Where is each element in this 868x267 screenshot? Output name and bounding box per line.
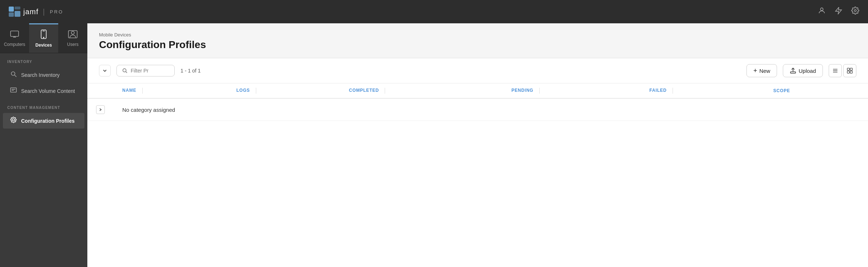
sidebar-item-search-volume-content[interactable]: Search Volume Content bbox=[3, 83, 84, 99]
svg-point-20 bbox=[123, 69, 126, 72]
col-separator-1 bbox=[142, 88, 143, 94]
filter-search-box[interactable] bbox=[116, 65, 175, 76]
list-view-button[interactable] bbox=[829, 64, 842, 77]
svg-rect-28 bbox=[850, 68, 852, 70]
svg-point-19 bbox=[12, 119, 15, 121]
jamf-logo-icon bbox=[9, 7, 20, 17]
main-layout: Computers Devices bbox=[0, 23, 868, 267]
no-category-cell: No category assigned bbox=[114, 98, 868, 121]
col-logs: LOGS bbox=[227, 83, 340, 98]
nav-tab-users[interactable]: Users bbox=[58, 23, 87, 53]
row-expand-button[interactable] bbox=[96, 105, 105, 114]
logo-pro: PRO bbox=[50, 9, 63, 15]
col-completed: COMPLETED bbox=[340, 83, 503, 98]
content-header: Mobile Devices Configuration Profiles bbox=[87, 23, 868, 58]
svg-rect-0 bbox=[9, 7, 14, 12]
computers-icon bbox=[10, 30, 19, 40]
nav-tabs: Computers Devices bbox=[0, 23, 87, 53]
view-toggle bbox=[829, 64, 856, 77]
col-failed: FAILED bbox=[641, 83, 764, 98]
svg-point-12 bbox=[71, 31, 74, 34]
content-management-section-title: CONTENT MANAGEMENT bbox=[0, 99, 87, 113]
search-volume-content-label: Search Volume Content bbox=[21, 88, 75, 94]
collapse-chevron[interactable] bbox=[99, 65, 111, 76]
svg-rect-22 bbox=[790, 72, 796, 73]
sidebar-section-content-management: CONTENT MANAGEMENT Configuration Profile… bbox=[0, 99, 87, 129]
row-expand-cell bbox=[87, 98, 114, 121]
gear-icon[interactable] bbox=[851, 7, 859, 17]
sidebar-section-inventory: INVENTORY Search Inventory Search Volume… bbox=[0, 53, 87, 99]
svg-point-4 bbox=[820, 8, 823, 11]
topbar-icons bbox=[818, 7, 859, 17]
new-plus-icon: + bbox=[753, 67, 757, 74]
col-separator-3 bbox=[385, 88, 385, 94]
svg-rect-1 bbox=[9, 12, 14, 17]
filter-search-icon bbox=[122, 68, 128, 74]
nav-tab-computers[interactable]: Computers bbox=[0, 23, 29, 53]
col-separator-5 bbox=[673, 88, 673, 94]
sidebar: Computers Devices bbox=[0, 23, 87, 267]
profiles-table: NAME LOGS COMPLETED PENDING bbox=[87, 83, 868, 121]
upload-label: Upload bbox=[798, 68, 816, 74]
col-name: NAME bbox=[114, 83, 227, 98]
sidebar-item-configuration-profiles[interactable]: Configuration Profiles bbox=[3, 113, 84, 129]
svg-point-5 bbox=[854, 9, 856, 12]
upload-icon bbox=[790, 67, 796, 74]
filter-input[interactable] bbox=[131, 68, 156, 74]
nav-tab-devices[interactable]: Devices bbox=[29, 23, 58, 53]
grid-view-button[interactable] bbox=[843, 64, 856, 77]
col-scope: SCOPE bbox=[765, 83, 868, 98]
users-tab-label: Users bbox=[67, 42, 78, 47]
breadcrumb: Mobile Devices bbox=[99, 32, 856, 38]
lightning-icon[interactable] bbox=[835, 7, 843, 17]
svg-rect-3 bbox=[15, 11, 20, 17]
svg-rect-2 bbox=[15, 7, 20, 9]
record-count: 1 - 1 of 1 bbox=[181, 68, 741, 74]
toolbar: 1 - 1 of 1 + New Upload bbox=[87, 58, 868, 83]
svg-rect-30 bbox=[850, 71, 852, 73]
topbar: jamf | PRO bbox=[0, 0, 868, 23]
logo: jamf | PRO bbox=[9, 7, 63, 17]
new-label: New bbox=[759, 68, 770, 74]
svg-rect-27 bbox=[847, 68, 849, 70]
col-separator-4 bbox=[539, 88, 540, 94]
computers-tab-label: Computers bbox=[4, 42, 25, 47]
inventory-section-title: INVENTORY bbox=[0, 53, 87, 67]
search-inventory-label: Search Inventory bbox=[21, 72, 60, 78]
search-volume-content-icon bbox=[10, 87, 17, 95]
col-expand bbox=[87, 83, 114, 98]
sidebar-item-search-inventory[interactable]: Search Inventory bbox=[3, 67, 84, 83]
search-inventory-icon bbox=[10, 71, 17, 79]
col-separator-2 bbox=[256, 88, 256, 94]
new-button[interactable]: + New bbox=[746, 64, 777, 77]
configuration-profiles-icon bbox=[10, 117, 17, 125]
user-icon[interactable] bbox=[818, 7, 826, 17]
configuration-profiles-label: Configuration Profiles bbox=[21, 118, 75, 124]
users-icon bbox=[68, 30, 78, 40]
page-title: Configuration Profiles bbox=[99, 39, 856, 51]
devices-tab-label: Devices bbox=[35, 43, 52, 48]
no-category-text: No category assigned bbox=[122, 107, 175, 113]
svg-point-14 bbox=[11, 72, 15, 75]
svg-line-15 bbox=[15, 75, 16, 77]
logo-text: jamf bbox=[23, 8, 39, 16]
svg-point-10 bbox=[43, 37, 44, 38]
svg-rect-29 bbox=[847, 71, 849, 73]
table-container: NAME LOGS COMPLETED PENDING bbox=[87, 83, 868, 267]
table-row: No category assigned bbox=[87, 98, 868, 121]
svg-line-21 bbox=[126, 72, 127, 73]
content-area: Mobile Devices Configuration Profiles 1 … bbox=[87, 23, 868, 267]
upload-button[interactable]: Upload bbox=[783, 64, 823, 77]
svg-rect-6 bbox=[11, 31, 19, 36]
devices-icon bbox=[40, 30, 47, 40]
logo-divider: | bbox=[43, 8, 45, 16]
col-pending: PENDING bbox=[503, 83, 641, 98]
svg-rect-16 bbox=[11, 88, 16, 92]
